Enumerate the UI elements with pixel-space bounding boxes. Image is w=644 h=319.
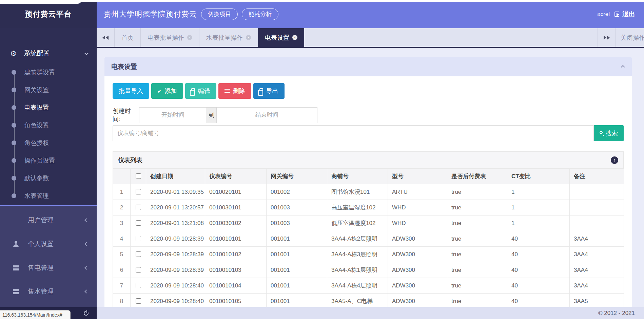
cell-shop-no: 3AA4-A栋1层照明 xyxy=(327,262,388,278)
end-time-input[interactable] xyxy=(216,107,317,123)
bullet-icon xyxy=(12,123,16,128)
table-row[interactable]: 6 2020-09-09 10:28:39 0010010103 001001 … xyxy=(113,262,624,278)
toolbar-button[interactable]: 批量导入 xyxy=(113,83,149,99)
cell-shop-no: 3AA4-A栋3层照明 xyxy=(327,247,388,262)
logout-icon[interactable] xyxy=(614,12,619,17)
cell-gateway-no: 001001 xyxy=(267,231,327,247)
sidebar-item[interactable]: 网关设置 xyxy=(0,81,97,99)
cell-meter-no: 0010010103 xyxy=(205,262,267,278)
table-row[interactable]: 3 2020-09-01 13:21:08 0010030102 001003 … xyxy=(113,215,624,231)
column-header: CT变比 xyxy=(507,169,570,184)
sidebar-group[interactable]: 售电管理 xyxy=(0,256,97,280)
sidebar-item-label: 网关设置 xyxy=(24,86,49,94)
cell-remark: 3AA4 xyxy=(570,278,624,294)
sidebar-item-label: 水表管理 xyxy=(24,192,49,200)
table-row[interactable]: 5 2020-09-09 10:28:39 0010010102 001001 … xyxy=(113,247,624,262)
table-row[interactable]: 1 2020-09-01 13:09:35 0010020101 001002 … xyxy=(113,184,624,200)
row-checkbox[interactable] xyxy=(136,251,141,257)
sidebar-group[interactable]: 售水管理 xyxy=(0,280,97,303)
collapse-panel-button[interactable] xyxy=(621,63,624,70)
sidebar-group[interactable]: 用户管理 xyxy=(0,208,97,232)
bullet-icon xyxy=(12,158,16,163)
cell-row-number: 3 xyxy=(113,215,131,231)
close-icon[interactable]: × xyxy=(292,35,297,40)
panel-title: 电表设置 xyxy=(111,62,137,71)
button-label: 删除 xyxy=(233,87,245,95)
row-checkbox[interactable] xyxy=(136,205,141,210)
close-operations-button[interactable]: 关闭操作 xyxy=(616,28,644,47)
sidebar-group-label: 售水管理 xyxy=(28,287,85,296)
cell-shop-no: 3AA5-A、C电梯 xyxy=(327,294,388,309)
tab[interactable]: 电表批量操作 × xyxy=(141,28,199,47)
bullet-icon xyxy=(12,140,16,145)
cell-checkbox xyxy=(131,294,146,309)
sidebar-item[interactable]: 默认参数 xyxy=(0,169,97,187)
bullet-icon xyxy=(12,193,16,198)
row-checkbox[interactable] xyxy=(136,283,141,288)
sidebar-group-system-config[interactable]: ⚙ 系统配置 xyxy=(0,45,97,61)
search-input[interactable] xyxy=(113,125,594,141)
cell-ct-ratio: 1 xyxy=(507,200,570,215)
cell-ct-ratio: 40 xyxy=(507,247,570,262)
energy-analysis-button[interactable]: 能耗分析 xyxy=(242,8,278,20)
sidebar-group-label: 系统配置 xyxy=(24,49,85,58)
search-button[interactable]: 搜索 xyxy=(594,125,624,141)
tab[interactable]: 首页 xyxy=(115,28,141,47)
sidebar-submenu: 建筑群设置 网关设置 电表设置 角色设置 xyxy=(0,63,97,205)
select-all-checkbox[interactable] xyxy=(136,173,141,179)
cell-gateway-no: 001001 xyxy=(267,247,327,262)
sidebar-group[interactable]: 个人设置 xyxy=(0,232,97,256)
cell-model: ADW300 xyxy=(388,247,447,262)
tab[interactable]: 电表设置 × xyxy=(258,28,304,47)
server-icon xyxy=(13,265,19,270)
row-checkbox[interactable] xyxy=(136,298,141,304)
toolbar-button[interactable]: 导出 xyxy=(253,83,285,99)
sidebar-item[interactable]: 建筑群设置 xyxy=(0,63,97,81)
row-checkbox[interactable] xyxy=(136,189,141,194)
tabs-scroll-left-button[interactable] xyxy=(97,28,115,47)
sidebar-item-label: 角色设置 xyxy=(24,121,49,129)
cell-model: ARTU xyxy=(388,184,447,200)
toolbar-button[interactable]: 编辑 xyxy=(185,83,216,99)
cell-model: WHD xyxy=(388,200,447,215)
sidebar-item[interactable]: 角色设置 xyxy=(0,116,97,134)
row-checkbox[interactable] xyxy=(136,267,141,273)
table-row[interactable]: 2 2020-09-01 13:20:57 0010030101 001003 … xyxy=(113,200,624,215)
sidebar-item[interactable]: 角色授权 xyxy=(0,134,97,152)
close-icon[interactable]: × xyxy=(187,35,192,40)
toolbar-button[interactable]: 添加 xyxy=(151,83,183,99)
cell-row-number: 6 xyxy=(113,262,131,278)
sidebar-group-label: 用户管理 xyxy=(28,216,85,225)
sidebar-item[interactable]: 电表设置 xyxy=(0,99,97,116)
logout-button[interactable]: 退出 xyxy=(622,10,635,19)
scroll-top-icon[interactable]: ↑ xyxy=(611,156,618,164)
table-row[interactable]: 4 2020-09-09 10:28:39 0010010101 001001 … xyxy=(113,231,624,247)
close-icon[interactable]: × xyxy=(246,35,251,40)
check-icon xyxy=(157,88,162,95)
tab[interactable]: 水表批量操作 × xyxy=(199,28,258,47)
sidebar-item[interactable]: 水表管理 xyxy=(0,187,97,205)
cell-create-date: 2020-09-01 13:09:35 xyxy=(146,184,205,200)
tab-label: 首页 xyxy=(121,34,134,42)
table-row[interactable]: 7 2020-09-09 10:28:40 0010010104 001001 … xyxy=(113,278,624,294)
row-checkbox[interactable] xyxy=(136,236,141,241)
column-header: 备注 xyxy=(570,169,624,184)
bullet-icon xyxy=(12,70,16,75)
cell-shop-no: 3AA4-A栋2层照明 xyxy=(327,231,388,247)
cell-row-number: 7 xyxy=(113,278,131,294)
cell-gateway-no: 001002 xyxy=(267,184,327,200)
power-icon[interactable] xyxy=(84,311,89,316)
panel-header: 电表设置 xyxy=(104,57,632,76)
meter-list-title: 仪表列表 xyxy=(118,156,142,164)
table-row[interactable]: 8 2020-09-09 10:28:40 0010010105 001001 … xyxy=(113,294,624,309)
tabs-scroll-right-button[interactable] xyxy=(598,28,616,47)
page: 预付费云平台 ⚙ 系统配置 建筑群设置 网关设置 电表设置 xyxy=(0,0,644,319)
toolbar-button[interactable]: 删除 xyxy=(218,83,251,99)
cell-create-date: 2020-09-09 10:28:39 xyxy=(146,231,205,247)
sidebar-item[interactable]: 操作员设置 xyxy=(0,152,97,169)
cell-ct-ratio: 1 xyxy=(507,184,570,200)
cell-row-number: 1 xyxy=(113,184,131,200)
start-time-input[interactable] xyxy=(139,107,207,123)
switch-project-button[interactable]: 切换项目 xyxy=(201,8,238,20)
row-checkbox[interactable] xyxy=(136,220,141,226)
